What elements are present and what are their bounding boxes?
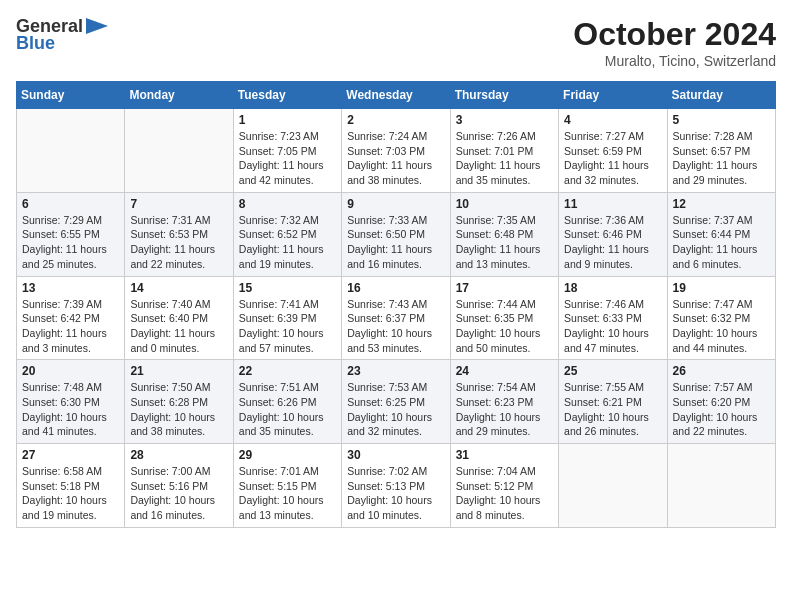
day-info: Sunrise: 7:23 AMSunset: 7:05 PMDaylight:…	[239, 129, 336, 188]
day-number: 19	[673, 281, 770, 295]
header-day-saturday: Saturday	[667, 82, 775, 109]
day-number: 3	[456, 113, 553, 127]
day-number: 18	[564, 281, 661, 295]
calendar-cell: 20Sunrise: 7:48 AMSunset: 6:30 PMDayligh…	[17, 360, 125, 444]
day-number: 4	[564, 113, 661, 127]
calendar-cell: 13Sunrise: 7:39 AMSunset: 6:42 PMDayligh…	[17, 276, 125, 360]
calendar-week-4: 20Sunrise: 7:48 AMSunset: 6:30 PMDayligh…	[17, 360, 776, 444]
day-info: Sunrise: 7:47 AMSunset: 6:32 PMDaylight:…	[673, 297, 770, 356]
day-info: Sunrise: 7:48 AMSunset: 6:30 PMDaylight:…	[22, 380, 119, 439]
location-subtitle: Muralto, Ticino, Switzerland	[573, 53, 776, 69]
day-info: Sunrise: 7:32 AMSunset: 6:52 PMDaylight:…	[239, 213, 336, 272]
day-number: 2	[347, 113, 444, 127]
calendar-cell	[125, 109, 233, 193]
day-info: Sunrise: 7:50 AMSunset: 6:28 PMDaylight:…	[130, 380, 227, 439]
day-number: 5	[673, 113, 770, 127]
day-info: Sunrise: 7:43 AMSunset: 6:37 PMDaylight:…	[347, 297, 444, 356]
day-number: 15	[239, 281, 336, 295]
calendar-cell: 30Sunrise: 7:02 AMSunset: 5:13 PMDayligh…	[342, 444, 450, 528]
day-number: 20	[22, 364, 119, 378]
calendar-header: SundayMondayTuesdayWednesdayThursdayFrid…	[17, 82, 776, 109]
calendar-cell: 27Sunrise: 6:58 AMSunset: 5:18 PMDayligh…	[17, 444, 125, 528]
calendar-cell: 17Sunrise: 7:44 AMSunset: 6:35 PMDayligh…	[450, 276, 558, 360]
day-info: Sunrise: 7:04 AMSunset: 5:12 PMDaylight:…	[456, 464, 553, 523]
day-number: 23	[347, 364, 444, 378]
day-info: Sunrise: 7:40 AMSunset: 6:40 PMDaylight:…	[130, 297, 227, 356]
logo: General Blue	[16, 16, 108, 54]
day-number: 6	[22, 197, 119, 211]
calendar-cell: 19Sunrise: 7:47 AMSunset: 6:32 PMDayligh…	[667, 276, 775, 360]
day-info: Sunrise: 7:31 AMSunset: 6:53 PMDaylight:…	[130, 213, 227, 272]
calendar-cell: 24Sunrise: 7:54 AMSunset: 6:23 PMDayligh…	[450, 360, 558, 444]
calendar-cell	[17, 109, 125, 193]
day-info: Sunrise: 7:53 AMSunset: 6:25 PMDaylight:…	[347, 380, 444, 439]
day-number: 24	[456, 364, 553, 378]
day-info: Sunrise: 7:33 AMSunset: 6:50 PMDaylight:…	[347, 213, 444, 272]
day-info: Sunrise: 7:01 AMSunset: 5:15 PMDaylight:…	[239, 464, 336, 523]
calendar-week-1: 1Sunrise: 7:23 AMSunset: 7:05 PMDaylight…	[17, 109, 776, 193]
day-number: 25	[564, 364, 661, 378]
day-number: 9	[347, 197, 444, 211]
day-info: Sunrise: 7:55 AMSunset: 6:21 PMDaylight:…	[564, 380, 661, 439]
calendar-cell: 22Sunrise: 7:51 AMSunset: 6:26 PMDayligh…	[233, 360, 341, 444]
header-day-wednesday: Wednesday	[342, 82, 450, 109]
day-number: 26	[673, 364, 770, 378]
day-info: Sunrise: 7:57 AMSunset: 6:20 PMDaylight:…	[673, 380, 770, 439]
day-number: 17	[456, 281, 553, 295]
day-info: Sunrise: 7:46 AMSunset: 6:33 PMDaylight:…	[564, 297, 661, 356]
day-info: Sunrise: 7:27 AMSunset: 6:59 PMDaylight:…	[564, 129, 661, 188]
title-block: October 2024 Muralto, Ticino, Switzerlan…	[573, 16, 776, 69]
day-number: 28	[130, 448, 227, 462]
calendar-cell: 11Sunrise: 7:36 AMSunset: 6:46 PMDayligh…	[559, 192, 667, 276]
day-info: Sunrise: 7:39 AMSunset: 6:42 PMDaylight:…	[22, 297, 119, 356]
calendar-week-3: 13Sunrise: 7:39 AMSunset: 6:42 PMDayligh…	[17, 276, 776, 360]
calendar-cell: 8Sunrise: 7:32 AMSunset: 6:52 PMDaylight…	[233, 192, 341, 276]
calendar-cell: 12Sunrise: 7:37 AMSunset: 6:44 PMDayligh…	[667, 192, 775, 276]
day-info: Sunrise: 7:54 AMSunset: 6:23 PMDaylight:…	[456, 380, 553, 439]
day-info: Sunrise: 7:37 AMSunset: 6:44 PMDaylight:…	[673, 213, 770, 272]
day-number: 1	[239, 113, 336, 127]
page-header: General Blue October 2024 Muralto, Ticin…	[16, 16, 776, 69]
day-number: 31	[456, 448, 553, 462]
calendar-cell: 31Sunrise: 7:04 AMSunset: 5:12 PMDayligh…	[450, 444, 558, 528]
calendar-table: SundayMondayTuesdayWednesdayThursdayFrid…	[16, 81, 776, 528]
day-info: Sunrise: 7:51 AMSunset: 6:26 PMDaylight:…	[239, 380, 336, 439]
day-number: 12	[673, 197, 770, 211]
header-day-sunday: Sunday	[17, 82, 125, 109]
day-info: Sunrise: 7:26 AMSunset: 7:01 PMDaylight:…	[456, 129, 553, 188]
header-day-thursday: Thursday	[450, 82, 558, 109]
calendar-cell: 23Sunrise: 7:53 AMSunset: 6:25 PMDayligh…	[342, 360, 450, 444]
day-info: Sunrise: 7:36 AMSunset: 6:46 PMDaylight:…	[564, 213, 661, 272]
calendar-body: 1Sunrise: 7:23 AMSunset: 7:05 PMDaylight…	[17, 109, 776, 528]
day-info: Sunrise: 7:00 AMSunset: 5:16 PMDaylight:…	[130, 464, 227, 523]
month-title: October 2024	[573, 16, 776, 53]
calendar-cell: 29Sunrise: 7:01 AMSunset: 5:15 PMDayligh…	[233, 444, 341, 528]
day-number: 14	[130, 281, 227, 295]
calendar-cell: 7Sunrise: 7:31 AMSunset: 6:53 PMDaylight…	[125, 192, 233, 276]
calendar-cell: 10Sunrise: 7:35 AMSunset: 6:48 PMDayligh…	[450, 192, 558, 276]
day-number: 8	[239, 197, 336, 211]
calendar-cell: 25Sunrise: 7:55 AMSunset: 6:21 PMDayligh…	[559, 360, 667, 444]
day-number: 22	[239, 364, 336, 378]
calendar-week-2: 6Sunrise: 7:29 AMSunset: 6:55 PMDaylight…	[17, 192, 776, 276]
day-number: 7	[130, 197, 227, 211]
day-number: 11	[564, 197, 661, 211]
calendar-cell: 15Sunrise: 7:41 AMSunset: 6:39 PMDayligh…	[233, 276, 341, 360]
calendar-cell: 2Sunrise: 7:24 AMSunset: 7:03 PMDaylight…	[342, 109, 450, 193]
calendar-week-5: 27Sunrise: 6:58 AMSunset: 5:18 PMDayligh…	[17, 444, 776, 528]
calendar-cell	[667, 444, 775, 528]
calendar-cell: 28Sunrise: 7:00 AMSunset: 5:16 PMDayligh…	[125, 444, 233, 528]
calendar-cell: 16Sunrise: 7:43 AMSunset: 6:37 PMDayligh…	[342, 276, 450, 360]
day-info: Sunrise: 6:58 AMSunset: 5:18 PMDaylight:…	[22, 464, 119, 523]
day-info: Sunrise: 7:28 AMSunset: 6:57 PMDaylight:…	[673, 129, 770, 188]
day-number: 29	[239, 448, 336, 462]
header-day-friday: Friday	[559, 82, 667, 109]
day-number: 27	[22, 448, 119, 462]
logo-blue-text: Blue	[16, 33, 55, 54]
header-day-monday: Monday	[125, 82, 233, 109]
calendar-cell: 26Sunrise: 7:57 AMSunset: 6:20 PMDayligh…	[667, 360, 775, 444]
svg-marker-0	[86, 18, 108, 34]
header-row: SundayMondayTuesdayWednesdayThursdayFrid…	[17, 82, 776, 109]
day-info: Sunrise: 7:29 AMSunset: 6:55 PMDaylight:…	[22, 213, 119, 272]
calendar-cell: 21Sunrise: 7:50 AMSunset: 6:28 PMDayligh…	[125, 360, 233, 444]
